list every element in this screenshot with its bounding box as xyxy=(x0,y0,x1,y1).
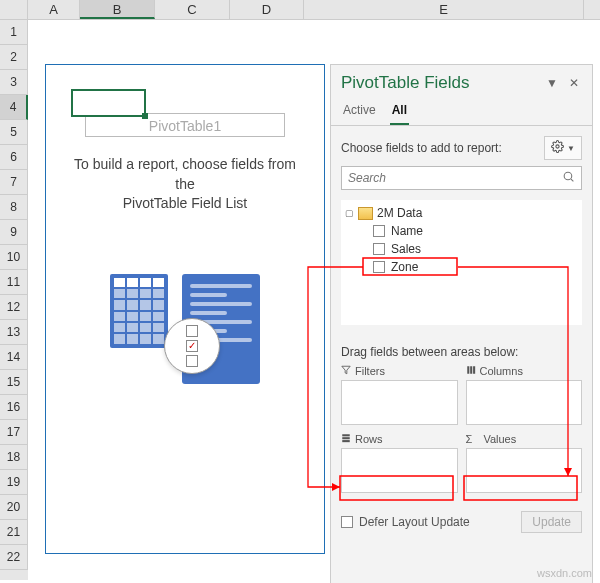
select-all-corner[interactable] xyxy=(0,0,28,19)
watermark: wsxdn.com xyxy=(537,567,592,579)
field-sales[interactable]: Sales xyxy=(345,240,578,258)
row-headers: 1 2 3 4 5 6 7 8 9 10 11 12 13 14 15 16 1… xyxy=(0,20,28,580)
row-header[interactable]: 5 xyxy=(0,120,28,145)
columns-dropzone[interactable] xyxy=(466,380,583,425)
svg-point-1 xyxy=(564,172,572,180)
tab-active[interactable]: Active xyxy=(341,97,378,125)
checkbox[interactable] xyxy=(373,243,385,255)
row-header[interactable]: 1 xyxy=(0,20,28,45)
filter-icon xyxy=(341,365,351,377)
selected-cell[interactable] xyxy=(71,89,146,117)
col-header-b[interactable]: B xyxy=(80,0,155,19)
row-header[interactable]: 13 xyxy=(0,320,28,345)
row-header[interactable]: 21 xyxy=(0,520,28,545)
svg-rect-8 xyxy=(342,437,350,439)
row-header[interactable]: 6 xyxy=(0,145,28,170)
table-icon xyxy=(358,207,373,220)
row-header[interactable]: 19 xyxy=(0,470,28,495)
col-header-a[interactable]: A xyxy=(28,0,80,19)
search-input[interactable] xyxy=(342,171,556,185)
pane-menu-icon[interactable]: ▼ xyxy=(544,76,560,90)
row-header[interactable]: 17 xyxy=(0,420,28,445)
row-header[interactable]: 14 xyxy=(0,345,28,370)
row-header[interactable]: 4 xyxy=(0,95,28,120)
svg-rect-6 xyxy=(473,366,475,374)
tools-button[interactable]: ▼ xyxy=(544,136,582,160)
svg-marker-3 xyxy=(342,366,350,374)
svg-point-0 xyxy=(556,145,559,148)
defer-checkbox[interactable] xyxy=(341,516,353,528)
row-header[interactable]: 10 xyxy=(0,245,28,270)
table-icon xyxy=(110,274,168,348)
row-header[interactable]: 9 xyxy=(0,220,28,245)
defer-label: Defer Layout Update xyxy=(359,515,515,529)
svg-rect-4 xyxy=(467,366,469,374)
filters-dropzone[interactable] xyxy=(341,380,458,425)
columns-icon xyxy=(466,365,476,377)
close-icon[interactable]: ✕ xyxy=(566,76,582,90)
placeholder-message: To build a report, choose fields from th… xyxy=(56,155,314,214)
field-name[interactable]: Name xyxy=(345,222,578,240)
field-zone[interactable]: Zone xyxy=(345,258,578,276)
svg-rect-5 xyxy=(470,366,472,374)
values-dropzone[interactable] xyxy=(466,448,583,493)
row-header[interactable]: 16 xyxy=(0,395,28,420)
checkbox[interactable] xyxy=(373,261,385,273)
col-header-e[interactable]: E xyxy=(304,0,584,19)
pane-title: PivotTable Fields xyxy=(341,73,538,93)
columns-area[interactable]: Columns xyxy=(466,365,583,425)
row-header[interactable]: 22 xyxy=(0,545,28,570)
tree-table-label: 2M Data xyxy=(377,206,422,220)
checkbox[interactable] xyxy=(373,225,385,237)
values-area[interactable]: Σ Values xyxy=(466,433,583,493)
filters-area[interactable]: Filters xyxy=(341,365,458,425)
search-box[interactable] xyxy=(341,166,582,190)
rows-icon xyxy=(341,433,351,445)
row-header[interactable]: 8 xyxy=(0,195,28,220)
gear-icon xyxy=(551,140,564,156)
row-header[interactable]: 12 xyxy=(0,295,28,320)
pivottable-placeholder[interactable]: PivotTable1 To build a report, choose fi… xyxy=(45,64,325,554)
sigma-icon: Σ xyxy=(466,433,473,445)
drag-fields-label: Drag fields between areas below: xyxy=(331,325,592,365)
chevron-down-icon: ▼ xyxy=(567,144,575,153)
tab-all[interactable]: All xyxy=(390,97,409,125)
col-header-c[interactable]: C xyxy=(155,0,230,19)
row-header[interactable]: 2 xyxy=(0,45,28,70)
update-button[interactable]: Update xyxy=(521,511,582,533)
collapse-icon[interactable]: ▢ xyxy=(345,208,354,218)
placeholder-illustration: ✓ xyxy=(56,274,314,384)
svg-line-2 xyxy=(571,179,573,181)
rows-area[interactable]: Rows xyxy=(341,433,458,493)
row-header[interactable]: 3 xyxy=(0,70,28,95)
row-header[interactable]: 15 xyxy=(0,370,28,395)
choose-fields-label: Choose fields to add to report: xyxy=(341,141,538,155)
row-header[interactable]: 20 xyxy=(0,495,28,520)
svg-rect-9 xyxy=(342,440,350,442)
tree-table-node[interactable]: ▢ 2M Data xyxy=(345,204,578,222)
col-header-d[interactable]: D xyxy=(230,0,304,19)
pivottable-fields-pane: PivotTable Fields ▼ ✕ Active All Choose … xyxy=(330,64,593,583)
row-header[interactable]: 11 xyxy=(0,270,28,295)
search-icon xyxy=(556,170,581,186)
rows-dropzone[interactable] xyxy=(341,448,458,493)
svg-rect-7 xyxy=(342,434,350,436)
field-tree[interactable]: ▢ 2M Data Name Sales Zone xyxy=(341,200,582,325)
column-headers: A B C D E xyxy=(0,0,600,20)
checkbox-group-icon: ✓ xyxy=(164,318,220,374)
row-header[interactable]: 18 xyxy=(0,445,28,470)
row-header[interactable]: 7 xyxy=(0,170,28,195)
